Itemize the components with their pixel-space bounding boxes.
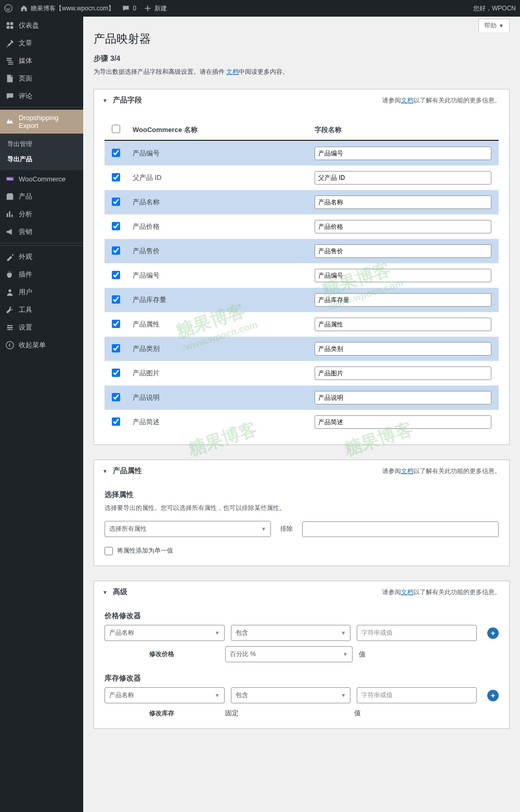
- chevron-down-icon: ▼: [215, 630, 220, 636]
- row-checkbox[interactable]: [112, 246, 120, 255]
- caret-down-icon[interactable]: ▼: [102, 590, 108, 595]
- sidebar-item-analytics[interactable]: 分析: [0, 205, 83, 223]
- exclude-input[interactable]: [302, 521, 499, 537]
- admin-sidebar: 仪表盘文章媒体页面评论Dropshipping Export导出管理导出产品Wo…: [0, 17, 83, 812]
- new-content[interactable]: 新建: [144, 4, 167, 13]
- row-field-input[interactable]: [315, 391, 491, 404]
- sidebar-item-label: Dropshipping Export: [19, 114, 78, 129]
- pin-icon: [5, 38, 15, 48]
- sidebar-item-label: 插件: [19, 270, 32, 279]
- row-checkbox[interactable]: [112, 149, 120, 157]
- price-type-select[interactable]: 百分比 %▼: [225, 646, 353, 662]
- row-name: 产品编号: [133, 149, 315, 158]
- site-name: 糖果博客【www.wpocn.com】: [31, 4, 114, 13]
- sidebar-item-appearance[interactable]: 外观: [0, 248, 83, 266]
- sidebar-item-media[interactable]: 媒体: [0, 52, 83, 70]
- sidebar-subitem[interactable]: 导出产品: [0, 152, 83, 167]
- table-row: 产品价格: [105, 214, 499, 239]
- chevron-down-icon: ▼: [261, 526, 266, 532]
- comment-icon: [5, 91, 15, 101]
- row-name: 产品名称: [133, 198, 315, 207]
- sidebar-item-label: WooCommerce: [19, 175, 66, 183]
- price-contains-select[interactable]: 包含▼: [231, 625, 351, 641]
- svg-point-6: [9, 329, 10, 330]
- svg-point-4: [8, 325, 9, 326]
- stock-product-select[interactable]: 产品名称▼: [105, 687, 225, 703]
- doc-link[interactable]: 文档: [226, 68, 239, 75]
- user-greeting[interactable]: 您好，WPOCN: [473, 4, 516, 13]
- row-checkbox[interactable]: [112, 369, 120, 377]
- price-product-select[interactable]: 产品名称▼: [105, 625, 225, 641]
- single-value-checkbox[interactable]: [105, 547, 113, 555]
- doc-link[interactable]: 文档: [401, 97, 413, 104]
- panel-title: 产品字段: [113, 96, 142, 105]
- media-icon: [5, 56, 15, 66]
- doc-link[interactable]: 文档: [401, 588, 413, 596]
- select-all-attributes[interactable]: 选择所有属性▼: [105, 521, 271, 537]
- appearance-icon: [5, 252, 15, 261]
- row-checkbox[interactable]: [112, 295, 120, 304]
- chevron-down-icon: ▼: [341, 630, 346, 636]
- col-woo-name: WooCommerce 名称: [133, 125, 315, 135]
- comments-link[interactable]: 0: [122, 4, 136, 12]
- price-value-input[interactable]: 值: [359, 650, 477, 659]
- row-checkbox[interactable]: [112, 393, 120, 401]
- svg-text:Woo: Woo: [7, 177, 13, 180]
- sidebar-item-product[interactable]: 产品: [0, 188, 83, 205]
- table-row: 产品编号: [105, 141, 499, 165]
- site-home[interactable]: 糖果博客【www.wpocn.com】: [20, 4, 114, 13]
- row-field-input[interactable]: [315, 171, 491, 185]
- stock-contains-select[interactable]: 包含▼: [231, 687, 351, 703]
- row-checkbox[interactable]: [112, 344, 120, 352]
- row-field-input[interactable]: [315, 415, 491, 429]
- price-string-input[interactable]: 字符串或值: [357, 625, 477, 641]
- chevron-down-icon: ▼: [499, 23, 504, 29]
- sidebar-item-marketing[interactable]: 营销: [0, 223, 83, 241]
- row-field-input[interactable]: [315, 220, 491, 233]
- sidebar-item-pin[interactable]: 文章: [0, 34, 83, 52]
- row-checkbox[interactable]: [112, 271, 120, 279]
- stock-value-input[interactable]: 值: [354, 709, 477, 718]
- sidebar-item-plugin[interactable]: 插件: [0, 266, 83, 283]
- help-tab[interactable]: 帮助▼: [478, 19, 510, 32]
- row-name: 产品编号: [133, 271, 315, 280]
- row-field-input[interactable]: [315, 342, 491, 356]
- sidebar-item-label: 分析: [19, 209, 32, 219]
- select-all-checkbox[interactable]: [112, 125, 120, 133]
- caret-down-icon[interactable]: ▼: [102, 468, 108, 474]
- sidebar-item-page[interactable]: 页面: [0, 70, 83, 87]
- sidebar-item-woo[interactable]: WooWooCommerce: [0, 170, 83, 188]
- row-name: 产品售价: [133, 246, 315, 256]
- sidebar-item-user[interactable]: 用户: [0, 283, 83, 301]
- panel-note: 请参阅文档以了解有关此功能的更多信息。: [382, 588, 501, 597]
- sidebar-item-comment[interactable]: 评论: [0, 87, 83, 105]
- caret-down-icon[interactable]: ▼: [102, 98, 108, 103]
- row-checkbox[interactable]: [112, 320, 120, 328]
- sidebar-item-dropship[interactable]: Dropshipping Export: [0, 110, 83, 134]
- row-field-input[interactable]: [315, 269, 491, 282]
- add-stock-rule-button[interactable]: +: [487, 690, 499, 701]
- sidebar-item-dashboard[interactable]: 仪表盘: [0, 17, 83, 34]
- sidebar-item-label: 外观: [19, 252, 32, 261]
- row-checkbox[interactable]: [112, 173, 120, 181]
- row-field-input[interactable]: [315, 293, 491, 307]
- row-name: 产品图片: [133, 369, 315, 378]
- sidebar-item-label: 设置: [19, 323, 32, 332]
- add-price-rule-button[interactable]: +: [487, 627, 499, 639]
- row-field-input[interactable]: [315, 366, 491, 380]
- sidebar-item-collapse[interactable]: 收起菜单: [0, 336, 83, 354]
- row-field-input[interactable]: [315, 244, 491, 258]
- row-checkbox[interactable]: [112, 222, 120, 230]
- row-checkbox[interactable]: [112, 417, 120, 426]
- doc-link[interactable]: 文档: [401, 467, 413, 475]
- row-field-input[interactable]: [315, 195, 491, 209]
- row-field-input[interactable]: [315, 318, 491, 331]
- page-title: 产品映射器: [94, 31, 510, 47]
- sidebar-item-settings[interactable]: 设置: [0, 319, 83, 336]
- row-checkbox[interactable]: [112, 198, 120, 206]
- stock-string-input[interactable]: 字符串或值: [357, 687, 477, 703]
- row-field-input[interactable]: [315, 147, 491, 160]
- sidebar-item-tool[interactable]: 工具: [0, 301, 83, 319]
- wp-logo[interactable]: [4, 4, 12, 12]
- sidebar-subitem[interactable]: 导出管理: [0, 137, 83, 152]
